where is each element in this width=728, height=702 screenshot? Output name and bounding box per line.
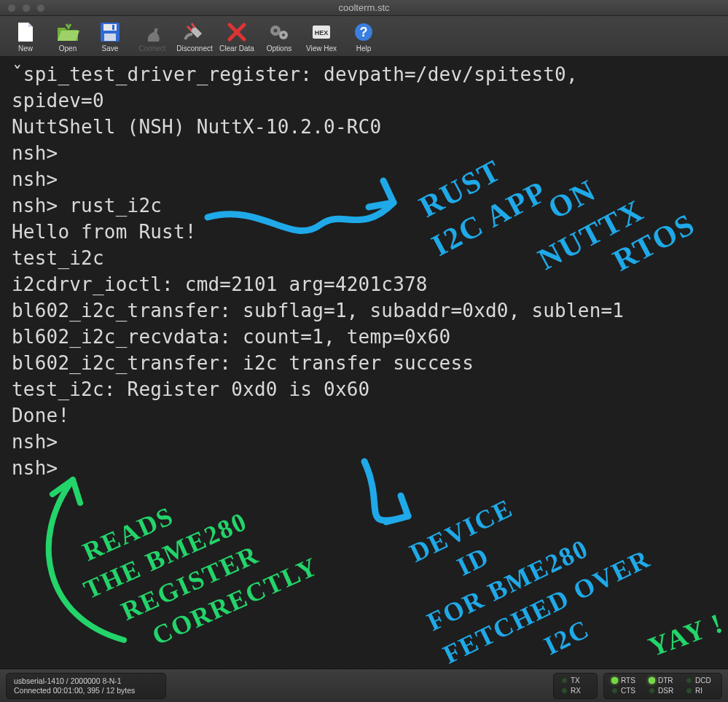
- svg-rect-2: [104, 34, 116, 41]
- clear-label: Clear Data: [219, 44, 254, 52]
- help-button[interactable]: ? Help: [343, 19, 385, 52]
- clear-data-button[interactable]: Clear Data: [216, 19, 258, 52]
- term-line: bl602_i2c_transfer: subflag=1, subaddr=0…: [12, 297, 719, 324]
- led-rx: [561, 687, 568, 694]
- led-rts-label: RTS: [621, 676, 640, 685]
- unplug-icon: [183, 20, 206, 44]
- annotation-text: DEVICE: [405, 493, 517, 568]
- led-ri-label: RI: [695, 687, 714, 695]
- led-rts: [611, 677, 618, 684]
- led-cts: [611, 687, 618, 694]
- minimize-window-button[interactable]: [22, 4, 31, 12]
- term-line: nsh>: [12, 455, 719, 481]
- term-line: test_i2c: Register 0xd0 is 0x60: [12, 376, 719, 402]
- window-controls: [0, 4, 45, 12]
- port-line: usbserial-1410 / 2000000 8-N-1: [14, 676, 122, 686]
- new-label: New: [18, 44, 33, 52]
- connection-status-box: usbserial-1410 / 2000000 8-N-1 Connected…: [6, 673, 166, 699]
- term-line: nsh>: [12, 166, 719, 192]
- zoom-window-button[interactable]: [36, 4, 45, 12]
- window-title: coolterm.stc: [0, 2, 728, 13]
- open-button[interactable]: Open: [47, 19, 89, 52]
- annotation-text: REGISTER: [117, 539, 263, 626]
- terminal-output[interactable]: ˇspi_test_driver_register: devpath=/dev/…: [0, 57, 728, 668]
- led-dtr: [649, 677, 655, 684]
- status-bar: usbserial-1410 / 2000000 8-N-1 Connected…: [0, 668, 728, 702]
- term-line: nsh> rust_i2c: [12, 192, 719, 219]
- led-dcd-label: DCD: [695, 676, 714, 685]
- term-line: NuttShell (NSH) NuttX-10.2.0-RC0: [12, 114, 719, 140]
- annotation-text: FETCHED OVER: [439, 544, 655, 668]
- led-rx-label: RX: [571, 687, 590, 695]
- svg-point-7: [282, 34, 285, 36]
- connect-button: Connect: [131, 19, 173, 52]
- help-icon: ?: [352, 20, 375, 44]
- new-button[interactable]: New: [4, 19, 47, 52]
- annotation-text: ID: [453, 541, 494, 581]
- options-button[interactable]: Options: [258, 19, 300, 52]
- led-dcd: [686, 677, 692, 684]
- annotation-text: THE BME280: [79, 507, 251, 605]
- close-window-button[interactable]: [7, 4, 16, 12]
- svg-text:HEX: HEX: [315, 29, 329, 36]
- annotation-text: FOR BME280: [423, 534, 593, 637]
- txrx-leds-box: TX RX: [553, 673, 598, 699]
- term-line: nsh>: [12, 429, 719, 455]
- viewhex-label: View Hex: [306, 44, 337, 52]
- titlebar: coolterm.stc: [0, 0, 728, 16]
- svg-text:?: ?: [360, 25, 368, 39]
- term-line: spidev=0: [12, 87, 719, 114]
- led-tx: [561, 677, 568, 684]
- conn-line: Connected 00:01:00, 395 / 12 bytes: [14, 686, 135, 695]
- file-icon: [14, 20, 37, 44]
- gear-icon: [267, 20, 291, 44]
- toolbar: New Open Save Connect Disconnect Clear D…: [0, 16, 728, 57]
- annotation-text: READS: [79, 501, 179, 566]
- led-cts-label: CTS: [621, 687, 640, 695]
- svg-rect-1: [103, 24, 117, 31]
- disconnect-button[interactable]: Disconnect: [173, 19, 216, 52]
- term-line: Hello from Rust!: [12, 219, 719, 245]
- folder-open-icon: [56, 20, 79, 44]
- annotation-text: YAY !: [644, 607, 727, 663]
- save-label: Save: [102, 44, 119, 52]
- term-line: bl602_i2c_transfer: i2c transfer success: [12, 350, 719, 376]
- term-line: i2cdrvr_ioctl: cmd=2101 arg=4201c378: [12, 271, 719, 297]
- led-dsr: [649, 687, 655, 694]
- term-line: nsh>: [12, 140, 719, 166]
- save-button[interactable]: Save: [89, 19, 131, 52]
- disconnect-label: Disconnect: [176, 44, 212, 52]
- term-line: bl602_i2c_recvdata: count=1, temp=0x60: [12, 324, 719, 350]
- view-hex-button[interactable]: HEX View Hex: [300, 19, 343, 52]
- annotation-text: I2C: [539, 614, 594, 660]
- led-dtr-label: DTR: [658, 676, 677, 685]
- term-line: ˇspi_test_driver_register: devpath=/dev/…: [12, 61, 719, 87]
- open-label: Open: [59, 44, 77, 52]
- led-dsr-label: DSR: [658, 687, 677, 695]
- x-icon: [225, 20, 248, 44]
- help-label: Help: [356, 44, 372, 52]
- connect-label: Connect: [138, 44, 165, 52]
- plug-icon: [141, 20, 164, 44]
- term-line: Done!: [12, 402, 719, 429]
- led-tx-label: TX: [571, 676, 590, 685]
- led-ri: [686, 687, 692, 694]
- svg-point-5: [274, 29, 278, 33]
- svg-rect-3: [112, 25, 114, 30]
- floppy-icon: [98, 20, 122, 44]
- annotation-text: CORRECTLY: [148, 551, 323, 650]
- term-line: test_i2c: [12, 245, 719, 271]
- hex-icon: HEX: [310, 20, 333, 44]
- options-label: Options: [267, 44, 291, 52]
- ctrl-leds-box: RTS CTS DTR DSR DCD RI: [603, 673, 722, 699]
